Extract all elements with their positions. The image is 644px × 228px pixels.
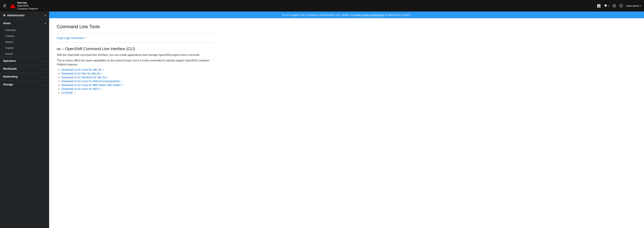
sidebar-item-search[interactable]: Search bbox=[0, 39, 49, 45]
page-title: Command Line Tools bbox=[57, 24, 214, 29]
svg-point-1 bbox=[11, 5, 14, 7]
external-icon: ↗ bbox=[120, 80, 122, 82]
dl-ibm-z-label: Download oc for Linux for IBM Z bbox=[62, 87, 100, 90]
plus-circle-icon bbox=[612, 4, 616, 8]
storage-caret: › bbox=[45, 83, 46, 86]
topnav-icons: 1 ? kube:admin ▾ bbox=[597, 4, 641, 8]
sidebar-home-section[interactable]: Home ▾ bbox=[0, 19, 49, 27]
notification-count: 1 bbox=[608, 4, 609, 7]
home-label: Home bbox=[3, 22, 10, 25]
brand-product: OpenShift bbox=[17, 4, 38, 7]
sidebar-admin-section[interactable]: ⚙ Administrator ▾ bbox=[0, 12, 49, 19]
svg-rect-8 bbox=[597, 6, 598, 8]
external-icon: ↗ bbox=[74, 92, 76, 94]
svg-rect-4 bbox=[600, 4, 600, 5]
add-button[interactable] bbox=[612, 4, 616, 8]
operators-caret: › bbox=[45, 60, 46, 62]
workloads-caret: › bbox=[45, 68, 46, 70]
dl-linux-x86-link[interactable]: Download oc for Linux for x86_64 ↗ bbox=[62, 68, 104, 71]
sidebar-item-events[interactable]: Events bbox=[0, 51, 49, 57]
svg-rect-2 bbox=[597, 4, 598, 5]
home-caret: ▾ bbox=[45, 22, 46, 24]
dl-ibm-power-link[interactable]: Download oc for Linux for IBM Power, lit… bbox=[62, 84, 123, 86]
dl-ibm-power-label: Download oc for Linux for IBM Power, lit… bbox=[62, 84, 121, 86]
networking-caret: › bbox=[45, 76, 46, 78]
user-menu-button[interactable]: kube:admin ▾ bbox=[626, 4, 641, 7]
workloads-label: Workloads bbox=[3, 67, 17, 70]
bell-icon bbox=[604, 4, 607, 8]
networking-label: Networking bbox=[3, 75, 18, 78]
notifications-button[interactable]: 1 bbox=[604, 4, 609, 8]
topnav: ☰ Red Hat OpenShift Container Platform bbox=[0, 0, 644, 12]
oc-section-title: oc – OpenShift Command Line Interface (C… bbox=[57, 47, 214, 51]
divider-1 bbox=[57, 33, 214, 34]
dl-windows-x86-label: Download oc for Windows for x86_64 bbox=[62, 76, 106, 79]
external-icon: ↗ bbox=[100, 88, 102, 90]
external-link-icon: ↗ bbox=[84, 37, 86, 39]
oauth-config-link[interactable]: cluster OAuth configuration bbox=[354, 14, 384, 16]
brand-redhat: Red Hat bbox=[17, 1, 38, 4]
dl-windows-x86-link[interactable]: Download oc for Windows for x86_64 ↗ bbox=[62, 76, 108, 79]
username-label: kube:admin bbox=[626, 4, 639, 7]
list-item: Download oc for Linux for IBM Z ↗ bbox=[62, 87, 214, 90]
storage-label: Storage bbox=[3, 83, 13, 86]
dl-linux-arm64-link[interactable]: Download oc for Linux for ARM 64 (unsupp… bbox=[62, 80, 122, 83]
svg-rect-9 bbox=[598, 6, 599, 8]
sidebar-item-overview[interactable]: Overview bbox=[0, 27, 49, 33]
help-circle-icon: ? bbox=[620, 4, 623, 8]
dl-license-label: LICENSE bbox=[62, 91, 73, 94]
main-inner: Command Line Tools Copy Login Command ↗ … bbox=[49, 18, 222, 103]
sidebar-item-projects[interactable]: Projects bbox=[0, 33, 49, 39]
redhat-logo-icon bbox=[9, 2, 16, 9]
admin-caret: ▾ bbox=[45, 14, 46, 17]
operators-label: Operators bbox=[3, 59, 16, 62]
list-item: LICENSE ↗ bbox=[62, 91, 214, 94]
oc-desc-1: With the OpenShift command line interfac… bbox=[57, 53, 214, 57]
svg-text:?: ? bbox=[621, 5, 622, 7]
list-item: Download oc for Mac for x86_64 ↗ bbox=[62, 72, 214, 75]
list-item: Download oc for Windows for x86_64 ↗ bbox=[62, 76, 214, 79]
dl-license-link[interactable]: LICENSE ↗ bbox=[62, 91, 76, 94]
dl-linux-arm64-label: Download oc for Linux for ARM 64 (unsupp… bbox=[62, 80, 120, 83]
dl-mac-x86-label: Download oc for Mac for x86_64 bbox=[62, 72, 100, 75]
dl-linux-x86-label: Download oc for Linux for x86_64 bbox=[62, 68, 102, 71]
svg-rect-5 bbox=[597, 5, 598, 6]
dl-ibm-z-link[interactable]: Download oc for Linux for IBM Z ↗ bbox=[62, 87, 102, 90]
brand-logo: Red Hat OpenShift Container Platform bbox=[9, 1, 38, 10]
svg-rect-6 bbox=[598, 5, 599, 6]
user-menu-caret: ▾ bbox=[640, 5, 641, 7]
banner-text: You are logged in as a temporary adminis… bbox=[282, 14, 354, 16]
info-banner: You are logged in as a temporary adminis… bbox=[49, 12, 644, 18]
list-item: Download oc for Linux for ARM 64 (unsupp… bbox=[62, 80, 214, 83]
gear-icon: ⚙ bbox=[3, 14, 6, 17]
svg-rect-3 bbox=[598, 4, 599, 5]
list-item: Download oc for Linux for IBM Power, lit… bbox=[62, 84, 214, 86]
dl-mac-x86-link[interactable]: Download oc for Mac for x86_64 ↗ bbox=[62, 72, 103, 75]
sidebar-storage-section[interactable]: Storage › bbox=[0, 80, 49, 88]
sidebar-networking-section[interactable]: Networking › bbox=[0, 72, 49, 80]
divider-2 bbox=[57, 42, 214, 43]
sidebar: ⚙ Administrator ▾ Home ▾ Overview Projec… bbox=[0, 12, 49, 228]
external-icon: ↗ bbox=[101, 72, 103, 75]
svg-rect-10 bbox=[600, 6, 600, 8]
external-icon: ↗ bbox=[122, 84, 123, 86]
svg-rect-7 bbox=[600, 5, 600, 6]
main-content-area: You are logged in as a temporary adminis… bbox=[49, 12, 644, 228]
apps-icon-button[interactable] bbox=[597, 4, 600, 8]
sidebar-operators-section[interactable]: Operators › bbox=[0, 57, 49, 65]
sidebar-workloads-section[interactable]: Workloads › bbox=[0, 65, 49, 72]
copy-login-command-link[interactable]: Copy Login Command ↗ bbox=[57, 36, 86, 40]
help-button[interactable]: ? bbox=[620, 4, 623, 8]
hamburger-menu[interactable]: ☰ bbox=[3, 4, 6, 8]
apps-grid-icon bbox=[597, 4, 600, 8]
external-icon: ↗ bbox=[107, 76, 108, 79]
download-list: Download oc for Linux for x86_64 ↗ Downl… bbox=[57, 68, 214, 94]
oc-desc-2: The oc binary offers the same capabiliti… bbox=[57, 58, 214, 66]
brand-platform: Container Platform bbox=[17, 7, 38, 10]
admin-label: Administrator bbox=[7, 14, 25, 17]
list-item: Download oc for Linux for x86_64 ↗ bbox=[62, 68, 214, 71]
copy-login-label: Copy Login Command bbox=[57, 36, 84, 40]
external-icon: ↗ bbox=[102, 68, 104, 71]
brand-text: Red Hat OpenShift Container Platform bbox=[17, 1, 38, 10]
sidebar-item-explore[interactable]: Explore bbox=[0, 45, 49, 51]
